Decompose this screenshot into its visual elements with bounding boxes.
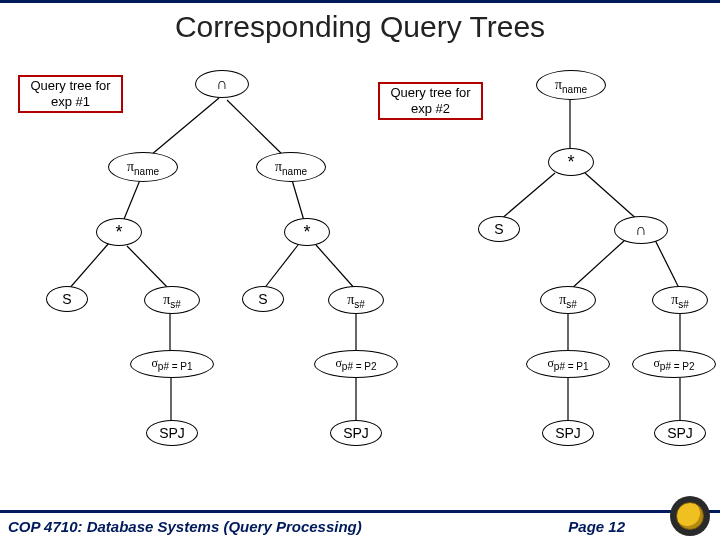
node-SPJ-1b: SPJ <box>330 420 382 446</box>
page-number: Page 12 <box>568 518 625 535</box>
node-intersect-2: ∩ <box>614 216 668 244</box>
svg-line-5 <box>127 246 170 290</box>
node-pi-s-2a: πs# <box>540 286 596 314</box>
svg-line-6 <box>263 245 298 290</box>
node-sigma-p1-2: σp# = P1 <box>526 350 610 378</box>
node-pi-name-2: πname <box>536 70 606 100</box>
svg-line-1 <box>227 100 288 160</box>
node-sigma-p2-2: σp# = P2 <box>632 350 716 378</box>
node-S-2: S <box>478 216 520 242</box>
svg-line-2 <box>122 180 140 224</box>
svg-line-16 <box>655 240 680 290</box>
node-SPJ-2a: SPJ <box>542 420 594 446</box>
node-S-1b: S <box>242 286 284 312</box>
node-intersect-1: ∩ <box>195 70 249 98</box>
footer: COP 4710: Database Systems (Query Proces… <box>0 510 720 540</box>
svg-line-7 <box>316 245 356 290</box>
node-pi-name-1b: πname <box>256 152 326 182</box>
node-pi-s-1b: πs# <box>328 286 384 314</box>
node-S-1a: S <box>46 286 88 312</box>
label-tree2: Query tree for exp #2 <box>378 82 483 120</box>
node-SPJ-1a: SPJ <box>146 420 198 446</box>
node-SPJ-2b: SPJ <box>654 420 706 446</box>
svg-line-14 <box>585 173 640 222</box>
node-pi-s-1a: πs# <box>144 286 200 314</box>
node-pi-name-1a: πname <box>108 152 178 182</box>
svg-line-13 <box>500 173 555 220</box>
svg-line-15 <box>570 240 625 290</box>
node-sigma-p2-1: σp# = P2 <box>314 350 398 378</box>
ucf-logo-icon <box>670 496 710 536</box>
svg-line-4 <box>68 243 109 290</box>
node-sigma-p1-1: σp# = P1 <box>130 350 214 378</box>
svg-line-0 <box>145 98 219 160</box>
node-join-1b: * <box>284 218 330 246</box>
node-join-2: * <box>548 148 594 176</box>
node-join-1a: * <box>96 218 142 246</box>
course-title: COP 4710: Database Systems (Query Proces… <box>0 518 362 535</box>
page-title: Corresponding Query Trees <box>0 10 720 44</box>
node-pi-s-2b: πs# <box>652 286 708 314</box>
label-tree1: Query tree for exp #1 <box>18 75 123 113</box>
